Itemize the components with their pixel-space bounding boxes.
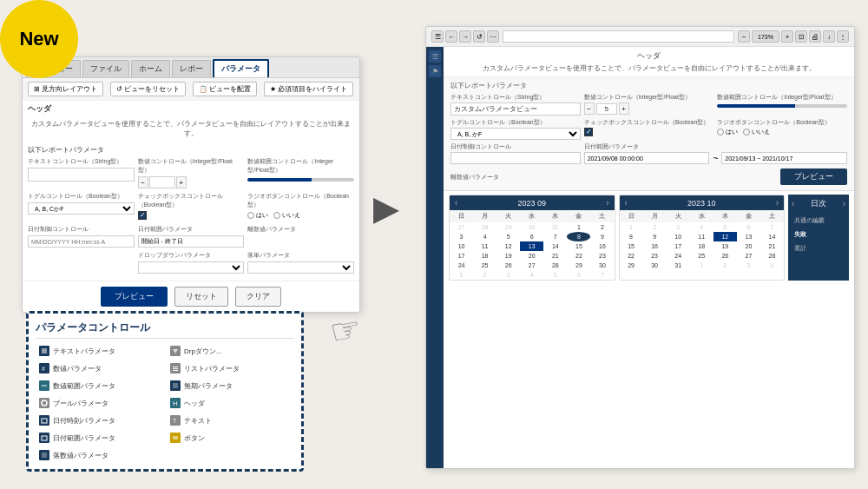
r-range-slider[interactable] <box>717 104 847 108</box>
cal1-d30b[interactable]: 30 <box>590 261 614 270</box>
cal2-d20[interactable]: 20 <box>737 241 760 251</box>
cal1-d28b[interactable]: 28 <box>543 261 567 270</box>
stepper-plus[interactable]: + <box>176 176 187 188</box>
cal1-d25[interactable]: 25 <box>473 261 496 270</box>
cal2-d8[interactable]: 8 <box>620 232 643 241</box>
r-radio-no[interactable]: いいえ <box>743 128 770 136</box>
cal2-d26[interactable]: 26 <box>713 251 737 261</box>
cal1-next[interactable]: › <box>606 198 608 208</box>
cal1-d29b[interactable]: 29 <box>567 261 590 270</box>
cal2-next[interactable]: › <box>776 198 779 208</box>
radio-yes[interactable]: はい <box>247 211 268 220</box>
daterange-input[interactable] <box>138 235 245 248</box>
radio-no[interactable]: いいえ <box>273 211 300 220</box>
cal2-d11[interactable]: 11 <box>690 232 713 241</box>
download-btn[interactable]: ↓ <box>823 30 835 43</box>
num-input[interactable] <box>149 176 175 188</box>
cal2-d12-sel[interactable]: 12 <box>713 232 737 241</box>
cal2-d29[interactable]: 29 <box>620 261 643 270</box>
r-checkbox-input[interactable] <box>584 128 593 136</box>
layout-btn[interactable]: ⊞ 見方向レイアウト <box>28 82 103 96</box>
nav-icon-1[interactable]: ☰ <box>429 50 441 63</box>
fall-select[interactable] <box>247 261 354 274</box>
tab-file[interactable]: ファイル <box>82 60 129 77</box>
cal2-d31[interactable]: 31 <box>667 261 690 270</box>
cal1-d5[interactable]: 5 <box>496 232 520 241</box>
cal1-d9[interactable]: 9 <box>590 232 614 241</box>
cal1-d18[interactable]: 18 <box>473 251 496 261</box>
r-sidebar-prev[interactable]: ‹ <box>792 199 794 208</box>
view-btn[interactable]: 📋 ビューを配置 <box>193 82 257 96</box>
cal1-d6[interactable]: 6 <box>520 232 543 241</box>
more-btn[interactable]: ⋯ <box>487 30 499 43</box>
cal2-d7[interactable]: 7 <box>760 222 784 232</box>
cal1-d22[interactable]: 22 <box>567 251 590 261</box>
r-toggle-select[interactable]: A, B, かF <box>450 128 581 140</box>
cal2-d6[interactable]: 6 <box>737 222 760 232</box>
cal1-d24[interactable]: 24 <box>450 261 473 270</box>
r-text-value[interactable]: カスタムパラメータビュー <box>450 102 581 116</box>
cal2-d23[interactable]: 23 <box>643 251 667 261</box>
stepper-minus[interactable]: − <box>138 176 148 188</box>
cal1-d3b[interactable]: 3 <box>496 270 520 280</box>
cal2-x3[interactable]: 3 <box>737 261 760 270</box>
cal1-d8-today[interactable]: 8 <box>567 232 590 241</box>
cal2-d24[interactable]: 24 <box>667 251 690 261</box>
sidebar-item-summary[interactable]: 共通の編纂 <box>792 215 845 227</box>
reset-btn[interactable]: リセット <box>174 287 228 307</box>
cal1-d7[interactable]: 7 <box>543 232 567 241</box>
cal2-x4[interactable]: 4 <box>760 261 784 270</box>
cal2-d28[interactable]: 28 <box>760 251 784 261</box>
nav-icon-2[interactable]: ⚑ <box>429 65 441 77</box>
sidebar-item-stats[interactable]: 選計 <box>792 242 845 254</box>
cal1-d12[interactable]: 12 <box>496 241 520 251</box>
cal1-d11[interactable]: 11 <box>473 241 496 251</box>
toggle-select[interactable]: A, B, CかF <box>28 202 135 215</box>
cal1-d29[interactable]: 29 <box>496 222 520 232</box>
fit-btn[interactable]: ⊡ <box>795 30 807 43</box>
zoom-in-btn[interactable]: + <box>781 30 793 43</box>
cal1-d1[interactable]: 1 <box>567 222 590 232</box>
cal2-d19[interactable]: 19 <box>713 241 737 251</box>
range-slider[interactable] <box>247 178 354 182</box>
cal1-d26[interactable]: 26 <box>496 261 520 270</box>
cal2-d9[interactable]: 9 <box>643 232 667 241</box>
cal1-d13-sel[interactable]: 13 <box>520 241 543 251</box>
r-radio-yes[interactable]: はい <box>717 128 738 136</box>
cal1-d16[interactable]: 16 <box>590 241 614 251</box>
cal1-d30[interactable]: 30 <box>520 222 543 232</box>
cal1-d23[interactable]: 23 <box>590 251 614 261</box>
cal1-d4b[interactable]: 4 <box>520 270 543 280</box>
cal2-d10[interactable]: 10 <box>667 232 690 241</box>
cal2-d4[interactable]: 4 <box>690 222 713 232</box>
cal2-x2[interactable]: 2 <box>713 261 737 270</box>
print-btn[interactable]: 🖨 <box>809 30 821 43</box>
preview-btn-left[interactable]: プレビュー <box>101 287 168 307</box>
cal1-d3[interactable]: 3 <box>450 232 473 241</box>
cal1-d7b[interactable]: 7 <box>590 270 614 280</box>
cal2-x1[interactable]: 1 <box>690 261 713 270</box>
cal2-d3[interactable]: 3 <box>667 222 690 232</box>
cal2-d21[interactable]: 21 <box>760 241 784 251</box>
cal1-d28[interactable]: 28 <box>473 222 496 232</box>
cal2-d18[interactable]: 18 <box>690 241 713 251</box>
address-bar[interactable] <box>503 30 734 43</box>
cal1-d2[interactable]: 2 <box>590 222 614 232</box>
cal1-d31[interactable]: 31 <box>543 222 567 232</box>
forward-btn[interactable]: → <box>459 30 471 43</box>
cal1-d1b[interactable]: 1 <box>450 270 473 280</box>
r-num-value[interactable]: 5 <box>596 103 617 115</box>
checkbox-input[interactable] <box>138 211 147 220</box>
num-stepper[interactable]: − + <box>138 176 245 188</box>
refresh-btn[interactable]: ↺ <box>473 30 485 43</box>
cal2-d25[interactable]: 25 <box>690 251 713 261</box>
cal2-d13[interactable]: 13 <box>737 232 760 241</box>
r-stepper-plus[interactable]: + <box>619 102 629 115</box>
r-date-input[interactable] <box>450 152 581 164</box>
cal1-d14[interactable]: 14 <box>543 241 567 251</box>
cal1-d10[interactable]: 10 <box>450 241 473 251</box>
text-ctrl-input[interactable] <box>28 168 135 182</box>
cal2-d27[interactable]: 27 <box>737 251 760 261</box>
cal1-d5b[interactable]: 5 <box>543 270 567 280</box>
sidebar-toggle-btn[interactable]: ☰ <box>431 30 444 43</box>
